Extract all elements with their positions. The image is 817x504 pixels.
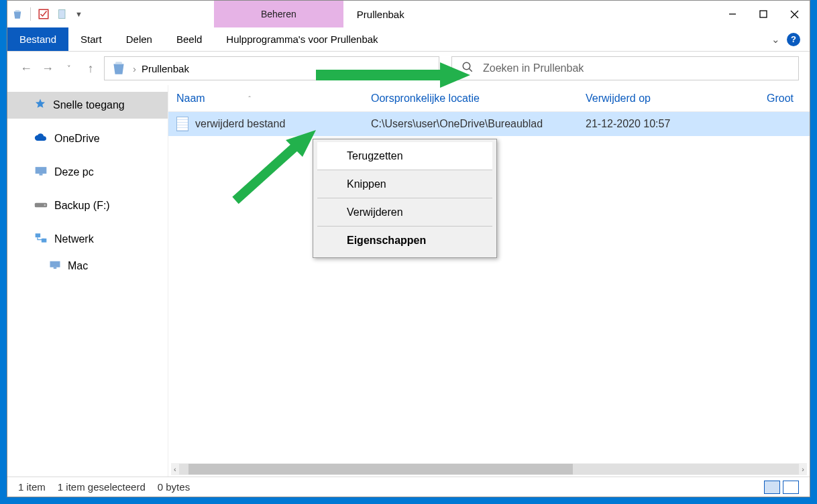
- sidebar-item-quick-access[interactable]: Snelle toegang: [7, 92, 168, 119]
- explorer-window: ▼ Beheren Prullenbak Bestand Start Delen…: [7, 0, 810, 497]
- sidebar-item-label: Backup (F:): [54, 200, 110, 212]
- file-original-location: C:\Users\user\OneDrive\Bureaublad: [363, 118, 578, 130]
- recent-locations-button[interactable]: ˅: [61, 64, 77, 73]
- separator: [30, 7, 31, 21]
- sidebar-item-label: Netwerk: [54, 233, 94, 245]
- svg-rect-9: [40, 174, 43, 176]
- svg-point-6: [463, 62, 470, 70]
- ribbon-tabs: Bestand Start Delen Beeld Hulpprogramma'…: [7, 27, 810, 52]
- star-icon: [34, 98, 46, 113]
- minimize-button[interactable]: [717, 1, 748, 27]
- svg-rect-15: [54, 267, 57, 269]
- search-placeholder: Zoeken in Prullenbak: [483, 62, 584, 74]
- context-menu-restore[interactable]: Terugzetten: [317, 142, 492, 170]
- document-icon[interactable]: [56, 8, 68, 20]
- status-bar: 1 item 1 item geselecteerd 0 bytes: [7, 477, 810, 497]
- navigation-pane: Snelle toegang OneDrive Deze pc: [7, 85, 168, 477]
- svg-rect-8: [36, 167, 47, 174]
- sidebar-item-label: Mac: [68, 260, 88, 272]
- svg-rect-14: [50, 261, 60, 267]
- file-row[interactable]: verwijderd bestand C:\Users\user\OneDriv…: [168, 112, 810, 136]
- search-input[interactable]: Zoeken in Prullenbak: [451, 56, 799, 80]
- checkbox-icon[interactable]: [38, 8, 50, 20]
- horizontal-scrollbar[interactable]: ‹ ›: [171, 463, 807, 475]
- network-icon: [34, 233, 48, 246]
- thumbnails-view-button[interactable]: [783, 481, 799, 494]
- details-view-button[interactable]: [764, 481, 780, 494]
- column-date-deleted[interactable]: Verwijderd op: [578, 92, 759, 105]
- scrollbar-thumb[interactable]: [188, 464, 573, 475]
- context-menu: Terugzetten Knippen Verwijderen Eigensch…: [313, 139, 497, 258]
- up-button[interactable]: ↑: [83, 62, 99, 76]
- recycle-bin-icon: [110, 59, 127, 78]
- cloud-icon: [34, 133, 48, 145]
- context-menu-cut[interactable]: Knippen: [317, 170, 492, 198]
- column-name[interactable]: Naam ˆ: [168, 92, 363, 105]
- sort-asc-icon: ˆ: [248, 95, 251, 103]
- file-name: verwijderd bestand: [195, 118, 285, 130]
- sidebar-item-label: Snelle toegang: [53, 99, 125, 111]
- svg-rect-12: [36, 233, 41, 237]
- status-size: 0 bytes: [158, 481, 190, 493]
- chevron-down-icon[interactable]: ▼: [75, 10, 83, 18]
- drive-icon: [34, 200, 48, 212]
- column-size[interactable]: Groot: [759, 92, 802, 105]
- search-icon: [461, 61, 474, 76]
- status-item-count: 1 item: [18, 481, 46, 493]
- sidebar-item-label: OneDrive: [54, 133, 100, 145]
- contextual-tab-manage[interactable]: Beheren: [214, 1, 343, 27]
- svg-rect-3: [760, 11, 767, 17]
- chevron-down-icon[interactable]: ⌄: [771, 34, 780, 46]
- column-label: Naam: [176, 92, 205, 104]
- pc-icon: [34, 166, 48, 179]
- context-menu-properties[interactable]: Eigenschappen: [317, 227, 492, 255]
- pc-icon: [49, 260, 61, 272]
- column-headers: Naam ˆ Oorspronkelijke locatie Verwijder…: [168, 85, 810, 112]
- tab-start[interactable]: Start: [68, 27, 114, 51]
- sidebar-item-network[interactable]: Netwerk: [7, 226, 168, 253]
- context-menu-delete[interactable]: Verwijderen: [317, 198, 492, 227]
- sidebar-item-onedrive[interactable]: OneDrive: [7, 125, 168, 152]
- tab-file[interactable]: Bestand: [7, 27, 68, 51]
- tab-recyclebin-tools[interactable]: Hulpprogramma's voor Prullenbak: [214, 27, 390, 51]
- scroll-right-icon[interactable]: ›: [799, 465, 807, 473]
- sidebar-item-label: Deze pc: [54, 166, 94, 178]
- help-icon[interactable]: ?: [787, 33, 800, 46]
- sidebar-item-backup-drive[interactable]: Backup (F:): [7, 192, 168, 219]
- status-selected: 1 item geselecteerd: [58, 481, 146, 493]
- quick-access-toolbar: ▼: [7, 1, 87, 27]
- window-title: Prullenbak: [343, 1, 404, 27]
- file-list-pane: Naam ˆ Oorspronkelijke locatie Verwijder…: [168, 85, 810, 477]
- tab-view[interactable]: Beeld: [164, 27, 214, 51]
- address-bar[interactable]: › Prullenbak: [104, 56, 439, 80]
- file-date-deleted: 21-12-2020 10:57: [578, 118, 759, 130]
- svg-point-11: [44, 204, 46, 206]
- svg-line-7: [469, 68, 472, 72]
- breadcrumb-location[interactable]: Prullenbak: [142, 63, 189, 74]
- back-button[interactable]: ←: [18, 62, 34, 76]
- tab-share[interactable]: Delen: [114, 27, 164, 51]
- column-original-location[interactable]: Oorspronkelijke locatie: [363, 92, 578, 105]
- titlebar: ▼ Beheren Prullenbak: [7, 1, 810, 27]
- sidebar-item-this-pc[interactable]: Deze pc: [7, 159, 168, 186]
- nav-row: ← → ˅ ↑ › Prullenbak Zoeken in Prullenba…: [7, 52, 810, 85]
- recycle-bin-icon: [11, 8, 23, 20]
- maximize-button[interactable]: [748, 1, 779, 27]
- forward-button[interactable]: →: [40, 62, 56, 76]
- file-icon: [176, 117, 188, 131]
- scroll-left-icon[interactable]: ‹: [171, 465, 179, 473]
- close-button[interactable]: [779, 1, 810, 27]
- breadcrumb-sep: ›: [133, 63, 136, 74]
- svg-rect-1: [59, 9, 65, 18]
- sidebar-item-mac[interactable]: Mac: [7, 253, 168, 279]
